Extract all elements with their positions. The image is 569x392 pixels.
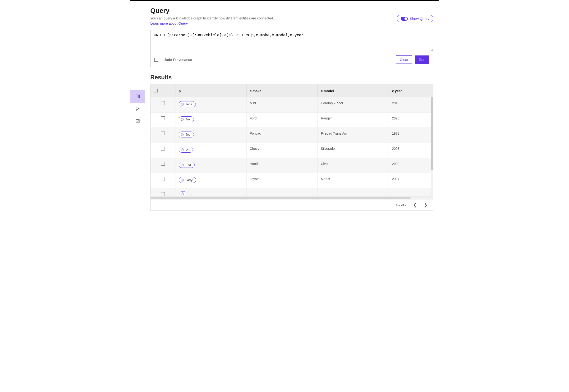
entity-dot-icon xyxy=(181,164,184,166)
table-row: JaneMiniHardtop 2-door2016 xyxy=(151,98,433,112)
pager-next[interactable]: ❯ xyxy=(423,202,428,208)
entity-dot-icon xyxy=(181,133,184,136)
row-checkbox[interactable] xyxy=(161,177,165,181)
row-checkbox[interactable] xyxy=(161,116,165,120)
table-row: JoeFordRanger2020 xyxy=(151,112,433,128)
query-input[interactable] xyxy=(151,30,433,51)
show-query-toggle[interactable]: Show Query xyxy=(397,15,433,22)
svg-point-1 xyxy=(136,107,137,108)
entity-chip[interactable]: Etta xyxy=(179,162,195,168)
vertical-scrollbar[interactable] xyxy=(431,97,433,199)
graph-icon xyxy=(135,106,140,111)
cell-year: 2002 xyxy=(389,158,433,173)
query-panel: Include Provenance Clear Run xyxy=(150,30,433,67)
row-checkbox[interactable] xyxy=(161,101,165,105)
cell-model: Silverado xyxy=(317,143,389,158)
run-button[interactable]: Run xyxy=(415,56,429,64)
entity-dot-icon xyxy=(181,148,184,151)
cell-model: Matrix xyxy=(317,173,389,188)
entity-dot-icon xyxy=(181,103,184,106)
entity-name: Joe xyxy=(186,133,191,136)
table-row: LarryToyotaMatrix2007 xyxy=(151,173,433,188)
cell-make: Toyota xyxy=(246,173,317,188)
svg-point-2 xyxy=(136,110,137,110)
view-sidebar xyxy=(130,2,145,211)
cell-make: Ford xyxy=(246,112,317,128)
row-checkbox[interactable] xyxy=(161,192,165,196)
page-title: Query xyxy=(150,7,433,14)
toggle-switch-icon xyxy=(401,17,408,21)
entity-chip[interactable]: Larry xyxy=(179,177,196,183)
row-checkbox[interactable] xyxy=(161,162,165,166)
pager-range: 1-7 of 7 xyxy=(396,203,407,207)
col-header-year[interactable]: e.year xyxy=(389,84,433,98)
cell-model: Civic xyxy=(317,158,389,173)
entity-chip[interactable]: Uri xyxy=(179,147,193,153)
select-all-checkbox[interactable] xyxy=(154,89,158,92)
cell-model: Firebird Trans Am xyxy=(317,128,389,143)
svg-point-3 xyxy=(139,108,139,109)
results-heading: Results xyxy=(150,74,433,81)
cell-model: Hardtop 2-door xyxy=(317,98,389,112)
cell-make: Chevy xyxy=(246,143,317,158)
pager: 1-7 of 7 ❮ ❯ xyxy=(151,199,433,210)
results-table: p e.make e.model e.year JaneMiniHardtop … xyxy=(151,84,433,196)
col-header-model[interactable]: e.model xyxy=(317,84,389,98)
svg-rect-0 xyxy=(136,95,140,98)
cell-year: 2003 xyxy=(389,143,433,158)
export-icon xyxy=(135,119,140,124)
entity-name: Larry xyxy=(186,178,193,182)
cell-year: 2007 xyxy=(389,173,433,188)
row-checkbox[interactable] xyxy=(161,132,165,135)
table-row: EttaHondaCivic2002 xyxy=(151,158,433,173)
include-provenance-checkbox[interactable] xyxy=(154,58,158,62)
entity-dot-icon xyxy=(181,179,184,182)
view-export-button[interactable] xyxy=(130,115,145,127)
col-header-make[interactable]: e.make xyxy=(246,84,317,98)
cell-make: Honda xyxy=(246,158,317,173)
clear-button[interactable]: Clear xyxy=(396,56,413,64)
view-table-button[interactable] xyxy=(130,90,145,103)
entity-name: Jane xyxy=(186,102,192,106)
cell-make: Pontiac xyxy=(246,128,317,143)
horizontal-scrollbar[interactable] xyxy=(151,196,433,199)
view-graph-button[interactable] xyxy=(130,103,145,115)
table-row xyxy=(151,188,433,196)
entity-name: Joe xyxy=(186,118,191,121)
entity-dot-icon xyxy=(181,193,184,195)
col-header-p[interactable]: p xyxy=(175,84,246,98)
page-subtitle: You can query a knowledge graph to ident… xyxy=(150,16,433,20)
include-provenance-label: Include Provenance xyxy=(160,57,192,62)
table-row: UriChevySilverado2003 xyxy=(151,143,433,158)
entity-chip[interactable]: Joe xyxy=(179,116,194,122)
entity-dot-icon xyxy=(181,118,184,121)
cell-year: 1978 xyxy=(389,128,433,143)
entity-name: Uri xyxy=(186,148,190,152)
entity-chip[interactable] xyxy=(179,191,187,195)
cell-model: Ranger xyxy=(317,112,389,128)
table-icon xyxy=(135,94,140,99)
learn-more-link[interactable]: Learn more about Query xyxy=(150,22,188,25)
pager-prev[interactable]: ❮ xyxy=(413,202,417,208)
row-checkbox[interactable] xyxy=(161,147,165,151)
cell-year: 2016 xyxy=(389,98,433,112)
results-table-container: p e.make e.model e.year JaneMiniHardtop … xyxy=(150,84,433,211)
entity-chip[interactable]: Jane xyxy=(179,101,196,107)
entity-name: Etta xyxy=(186,163,191,167)
table-row: JoePontiacFirebird Trans Am1978 xyxy=(151,128,433,143)
entity-chip[interactable]: Joe xyxy=(179,132,194,138)
show-query-label: Show Query xyxy=(410,17,429,21)
cell-make: Mini xyxy=(246,98,317,112)
cell-year: 2020 xyxy=(389,112,433,128)
